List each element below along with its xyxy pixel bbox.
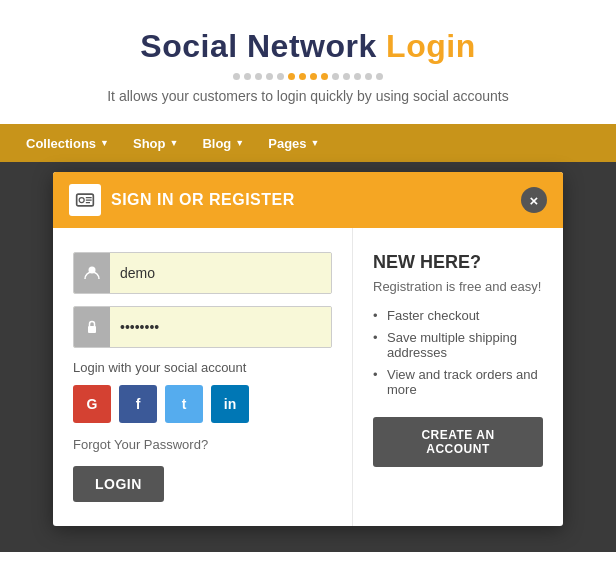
svg-point-1: [79, 198, 84, 203]
login-button[interactable]: LOGIN: [73, 466, 164, 502]
chevron-down-icon: ▼: [235, 138, 244, 148]
dot-4: [266, 73, 273, 80]
nav-label-blog: Blog: [202, 136, 231, 151]
dot-9: [321, 73, 328, 80]
password-input-group: [73, 306, 332, 348]
decorative-dots: [20, 73, 596, 80]
header-subtitle: It allows your customers to login quickl…: [20, 88, 596, 104]
modal-right-panel: NEW HERE? Registration is free and easy!…: [353, 228, 563, 526]
chevron-down-icon: ▼: [100, 138, 109, 148]
new-here-title: NEW HERE?: [373, 252, 543, 273]
twitter-login-button[interactable]: t: [165, 385, 203, 423]
benefit-list: Faster checkout Save multiple shipping a…: [373, 308, 543, 397]
social-label: Login with your social account: [73, 360, 332, 375]
header-section: Social Network Login It allows your cust…: [0, 0, 616, 124]
login-modal: SIGN IN OR REGISTER ×: [53, 172, 563, 526]
close-button[interactable]: ×: [521, 187, 547, 213]
modal-left-panel: Login with your social account G f t in …: [53, 228, 353, 526]
nav-label-collections: Collections: [26, 136, 96, 151]
dot-6: [288, 73, 295, 80]
google-login-button[interactable]: G: [73, 385, 111, 423]
modal-header-left: SIGN IN OR REGISTER: [69, 184, 295, 216]
username-input[interactable]: [110, 253, 331, 293]
password-input[interactable]: [110, 307, 331, 347]
facebook-login-button[interactable]: f: [119, 385, 157, 423]
dot-8: [310, 73, 317, 80]
dot-5: [277, 73, 284, 80]
title-part1: Social Network: [140, 28, 376, 64]
forgot-password-link[interactable]: Forgot Your Password?: [73, 437, 332, 452]
dot-10: [332, 73, 339, 80]
new-here-subtitle: Registration is free and easy!: [373, 279, 543, 294]
navbar: Collections ▼ Shop ▼ Blog ▼ Pages ▼: [0, 124, 616, 162]
chevron-down-icon: ▼: [311, 138, 320, 148]
nav-label-shop: Shop: [133, 136, 166, 151]
social-buttons-group: G f t in: [73, 385, 332, 423]
lock-icon: [74, 307, 110, 347]
dot-12: [354, 73, 361, 80]
nav-item-blog[interactable]: Blog ▼: [192, 130, 254, 157]
dot-13: [365, 73, 372, 80]
nav-item-pages[interactable]: Pages ▼: [258, 130, 329, 157]
username-input-group: [73, 252, 332, 294]
benefit-item-2: Save multiple shipping addresses: [373, 330, 543, 360]
dot-11: [343, 73, 350, 80]
title-part2: Login: [386, 28, 476, 64]
dot-3: [255, 73, 262, 80]
modal-header: SIGN IN OR REGISTER ×: [53, 172, 563, 228]
nav-item-shop[interactable]: Shop ▼: [123, 130, 188, 157]
dot-1: [233, 73, 240, 80]
modal-body: Login with your social account G f t in …: [53, 228, 563, 526]
modal-icon: [69, 184, 101, 216]
background-area: SIGN IN OR REGISTER ×: [0, 162, 616, 552]
benefit-item-3: View and track orders and more: [373, 367, 543, 397]
nav-item-collections[interactable]: Collections ▼: [16, 130, 119, 157]
nav-label-pages: Pages: [268, 136, 306, 151]
svg-rect-6: [88, 326, 96, 333]
create-account-button[interactable]: CREATE AN ACCOUNT: [373, 417, 543, 467]
dot-2: [244, 73, 251, 80]
chevron-down-icon: ▼: [170, 138, 179, 148]
user-icon: [74, 253, 110, 293]
benefit-item-1: Faster checkout: [373, 308, 543, 323]
dot-14: [376, 73, 383, 80]
user-card-icon: [75, 190, 95, 210]
modal-title: SIGN IN OR REGISTER: [111, 191, 295, 209]
linkedin-login-button[interactable]: in: [211, 385, 249, 423]
page-title: Social Network Login: [20, 28, 596, 65]
dot-7: [299, 73, 306, 80]
